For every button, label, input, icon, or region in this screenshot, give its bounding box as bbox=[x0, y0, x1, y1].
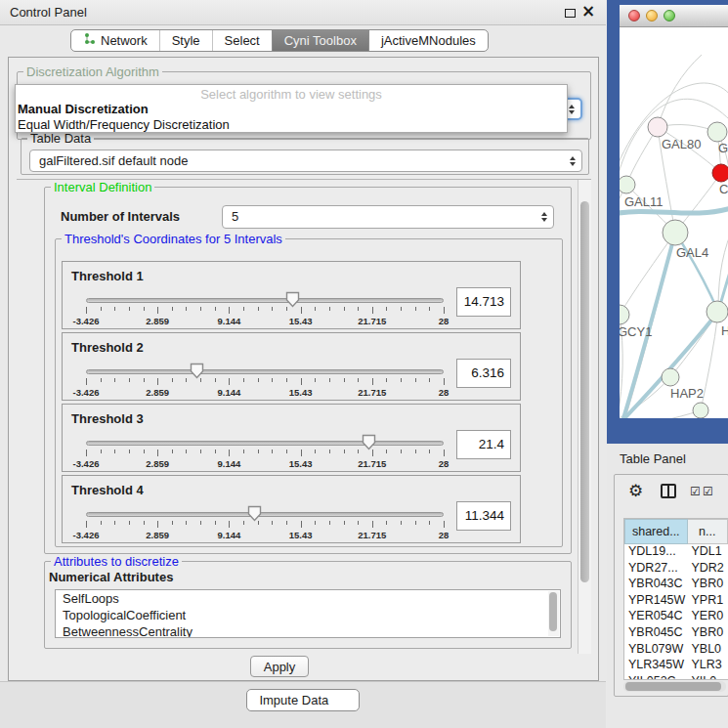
tab-style[interactable]: Style bbox=[159, 30, 212, 51]
network-edge[interactable] bbox=[620, 233, 675, 315]
tick-label: 2.859 bbox=[146, 316, 169, 326]
tick-label: 9.144 bbox=[218, 387, 241, 398]
network-node-gcy1[interactable] bbox=[620, 305, 629, 324]
tab-jactivemnodules[interactable]: jActiveMNodules bbox=[368, 30, 488, 51]
table-data-combobox[interactable]: galFiltered.sif default node bbox=[29, 150, 582, 172]
apply-button[interactable]: Apply bbox=[250, 656, 309, 677]
list-item[interactable]: SelfLoops bbox=[56, 590, 560, 607]
tab-network[interactable]: Network bbox=[71, 30, 159, 51]
table-cell: YBR043C bbox=[624, 577, 687, 593]
slider-tick bbox=[86, 378, 87, 385]
network-canvas[interactable]: GAL80GACGAL11GAL4GCY1HHAP2 bbox=[620, 27, 728, 418]
slider-tick bbox=[386, 450, 387, 453]
tab-label: Style bbox=[172, 30, 200, 51]
table-row[interactable]: YDL19...YDL1 bbox=[624, 544, 728, 561]
slider-thumb[interactable] bbox=[362, 434, 376, 450]
table-row[interactable]: YER054CYER0 bbox=[624, 609, 728, 625]
network-node[interactable] bbox=[693, 403, 708, 418]
close-traffic-light-icon[interactable] bbox=[628, 10, 640, 21]
number-of-intervals-label: Number of Intervals bbox=[61, 209, 180, 224]
threshold-label: Threshold 3 bbox=[71, 411, 144, 426]
gear-icon[interactable]: ⚙ bbox=[628, 481, 643, 500]
slider-tick bbox=[129, 521, 130, 525]
tick-label: -3.426 bbox=[73, 387, 100, 398]
threshold-slider[interactable]: -3.4262.8599.14415.4321.71528 bbox=[86, 291, 444, 328]
checkbox-icon[interactable]: ☑ bbox=[703, 485, 713, 498]
number-of-intervals-combobox[interactable]: 5 bbox=[222, 205, 554, 229]
network-node-gal11[interactable] bbox=[620, 176, 635, 193]
table-row[interactable]: YBR043CYBR0 bbox=[624, 577, 728, 593]
threshold-value-field[interactable]: 6.316 bbox=[456, 359, 511, 388]
threshold-panel-1: Threshold 1-3.4262.8599.14415.4321.71528… bbox=[62, 261, 521, 329]
list-item[interactable]: TopologicalCoefficient bbox=[56, 607, 560, 623]
list-scrollbar[interactable] bbox=[548, 591, 559, 636]
tab-cyni-toolbox[interactable]: Cyni Toolbox bbox=[272, 30, 368, 51]
slider-tick bbox=[186, 307, 187, 311]
column-header[interactable]: n... bbox=[688, 519, 728, 544]
table-row[interactable]: YIL052CYIL0 bbox=[624, 674, 728, 680]
network-node-hap2[interactable] bbox=[662, 368, 679, 386]
bottom-tab-bar: Impute DataDiscretize DataInfer Network bbox=[0, 681, 606, 728]
node-label: GAL11 bbox=[624, 194, 664, 209]
dropdown-option-manual-discretization[interactable]: Manual Discretization bbox=[16, 101, 567, 116]
slider-tick bbox=[286, 450, 287, 453]
slider-track[interactable] bbox=[86, 512, 444, 517]
column-header[interactable]: shared... bbox=[624, 519, 688, 544]
numerical-attributes-list[interactable]: SelfLoopsTopologicalCoefficientBetweenne… bbox=[55, 589, 561, 638]
slider-tick bbox=[243, 521, 244, 525]
threshold-slider[interactable]: -3.4262.8599.14415.4321.71528 bbox=[86, 363, 444, 400]
slider-tick bbox=[344, 307, 345, 311]
float-window-icon[interactable] bbox=[565, 9, 576, 18]
horizontal-scrollbar-thumb[interactable] bbox=[625, 682, 721, 691]
table-row[interactable]: YPR145WYPR1 bbox=[624, 593, 728, 610]
columns-icon[interactable] bbox=[661, 484, 676, 498]
tab-impute-data[interactable]: Impute Data bbox=[247, 690, 358, 710]
slider-thumb[interactable] bbox=[285, 291, 300, 308]
table-row[interactable]: YLR345WYLR3 bbox=[624, 658, 728, 674]
threshold-value-field[interactable]: 21.4 bbox=[456, 430, 511, 459]
threshold-value-field[interactable]: 14.713 bbox=[456, 287, 511, 317]
close-icon[interactable]: × bbox=[581, 1, 595, 21]
slider-tick bbox=[258, 378, 259, 382]
checkbox-icon[interactable]: ☑ bbox=[690, 485, 701, 498]
network-node-h[interactable] bbox=[707, 301, 728, 322]
tick-label: 28 bbox=[439, 458, 450, 469]
threshold-slider[interactable]: -3.4262.8599.14415.4321.71528 bbox=[86, 434, 444, 471]
tab-discretize-data[interactable]: Discretize Data bbox=[247, 710, 358, 711]
network-window-titlebar[interactable] bbox=[620, 5, 728, 27]
slider-tick bbox=[429, 521, 430, 525]
list-scrollbar-thumb[interactable] bbox=[549, 592, 557, 631]
slider-track[interactable] bbox=[86, 441, 444, 446]
tab-select[interactable]: Select bbox=[212, 30, 272, 51]
table-row[interactable]: YDR27...YDR2 bbox=[624, 561, 728, 578]
slider-thumb[interactable] bbox=[247, 505, 262, 522]
slider-tick bbox=[172, 450, 173, 453]
network-node-c[interactable] bbox=[712, 164, 728, 182]
network-node-ga[interactable] bbox=[707, 122, 727, 142]
tick-label: 21.715 bbox=[358, 458, 386, 469]
dropdown-option-equal-width-frequency[interactable]: Equal Width/Frequency Discretization bbox=[16, 116, 567, 132]
table-cell: YIL052C bbox=[624, 674, 687, 680]
table-cell: YBR0 bbox=[687, 625, 728, 642]
horizontal-scrollbar[interactable] bbox=[623, 681, 726, 692]
table-row[interactable]: YBR045CYBR0 bbox=[624, 625, 728, 642]
node-label: GCY1 bbox=[620, 324, 652, 339]
network-node-gal4[interactable] bbox=[663, 220, 688, 245]
vertical-scrollbar[interactable] bbox=[578, 180, 591, 654]
slider-track[interactable] bbox=[86, 298, 444, 303]
table-row[interactable]: YBL079WYBL0 bbox=[624, 642, 728, 659]
panel-title: Control Panel bbox=[10, 5, 87, 20]
tab-label: Discretize Data bbox=[260, 710, 346, 711]
slider-thumb[interactable] bbox=[190, 363, 204, 379]
vertical-scrollbar-thumb[interactable] bbox=[580, 201, 589, 582]
slider-track[interactable] bbox=[86, 369, 444, 374]
threshold-slider[interactable]: -3.4262.8599.14415.4321.71528 bbox=[86, 505, 444, 542]
minimize-traffic-light-icon[interactable] bbox=[646, 10, 658, 21]
threshold-value-field[interactable]: 11.344 bbox=[456, 501, 511, 531]
slider-tick bbox=[157, 521, 158, 528]
tick-label: 28 bbox=[439, 387, 450, 398]
network-node-gal80[interactable] bbox=[648, 117, 667, 137]
list-item[interactable]: BetweennessCentrality bbox=[56, 623, 560, 638]
zoom-traffic-light-icon[interactable] bbox=[664, 10, 675, 21]
network-edge[interactable] bbox=[658, 55, 702, 127]
